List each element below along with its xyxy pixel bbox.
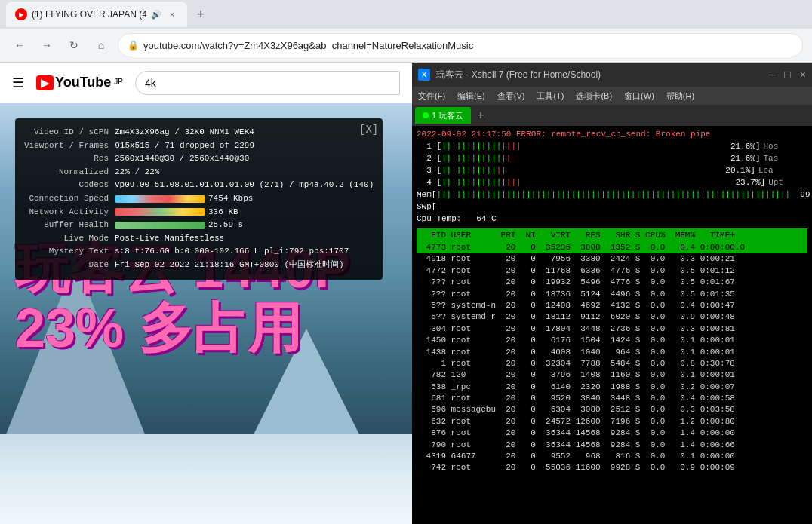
process-row: 538 _rpc 20 0 6140 2320 1988 S 0.0 0.2 0… (417, 382, 807, 393)
stats-label-videoid: Video ID / sCPN (24, 126, 115, 139)
tab-audio-icon: 🔊 (151, 10, 161, 20)
stats-value-livemode: Post-Live Manifestless (115, 232, 374, 246)
terminal-minimize-button[interactable]: ─ (767, 69, 775, 81)
youtube-logo[interactable]: ▶ YouTube JP (36, 75, 123, 90)
overlay-text-line2: 23% 多占用 (15, 299, 350, 358)
process-row: 5?? systemd-n 20 0 12408 4692 4132 S 0.0… (417, 300, 807, 311)
youtube-search-input[interactable] (135, 71, 400, 95)
youtube-logo-icon: ▶ (36, 75, 54, 90)
tab-title: (1) FLYING OVER JAPAN (4 (32, 9, 146, 20)
address-bar[interactable]: 🔒 youtube.com/watch?v=Zm4X3zX96ag&ab_cha… (118, 33, 803, 57)
stats-label-livemode: Live Mode (24, 232, 115, 246)
hamburger-menu-icon[interactable]: ☰ (12, 75, 24, 91)
process-row: 304 root 20 0 17804 3448 2736 S 0.0 0.3 … (417, 323, 807, 335)
process-row: 790 root 20 0 36344 14568 9284 S 0.0 1.4… (417, 440, 807, 451)
terminal-mem: Mem[||||||||||||||||||||||||||||||||||||… (417, 189, 807, 201)
tab-close-button[interactable]: × (166, 8, 178, 20)
stats-value-res: 2560x1440@30 / 2560x1440@30 (115, 152, 374, 166)
stats-label-connection: Connection Speed (24, 192, 115, 206)
stats-value-date: Fri Sep 02 2022 21:18:16 GMT+0800 (中国标准时… (115, 259, 374, 272)
terminal-body[interactable]: 2022-09-02 21:17:50 ERROR: remote_recv_c… (412, 126, 812, 524)
terminal-error-text: 2022-09-02 21:17:50 ERROR: remote_recv_c… (417, 129, 710, 141)
htop-table-header: PID USER PRI NI VIRT RES SHR S CPU% MEM%… (417, 228, 807, 243)
terminal-menu-view[interactable]: 查看(V) (497, 90, 525, 102)
stats-row-buffer: Buffer Health 25.59 s (24, 219, 374, 232)
terminal-tab-label: 1 玩客云 (432, 110, 463, 121)
stats-close-button[interactable]: [X] (359, 121, 378, 138)
terminal-cpu4: 4 [|||||||||||||||| 23.7%]Upt (417, 177, 807, 189)
terminal-menu-tools[interactable]: 工具(T) (537, 90, 564, 102)
stats-value-network: 336 KB (115, 206, 374, 219)
process-row: 1450 root 20 0 6176 1504 1424 S 0.0 0.1 … (417, 335, 807, 346)
stats-value-codecs: vp09.00.51.08.01.01.01.01.00 (271) / mp4… (115, 179, 374, 192)
terminal-new-tab-button[interactable]: + (474, 109, 487, 122)
snow-ground (0, 434, 412, 524)
active-tab[interactable]: ▶ (1) FLYING OVER JAPAN (4 🔊 × (6, 2, 187, 27)
terminal-menu-help[interactable]: 帮助(H) (666, 90, 694, 102)
process-row: 876 root 20 0 36344 14568 9284 S 0.0 1.4… (417, 427, 807, 439)
process-row: 4773 root 20 0 35236 3808 1352 S 0.0 0.4… (417, 242, 807, 253)
terminal-cpu2: 2 [|||||||||||||| 21.6%]Tas (417, 153, 807, 165)
stats-row-network: Network Activity 336 KB (24, 206, 374, 219)
terminal-error-line: 2022-09-02 21:17:50 ERROR: remote_recv_c… (417, 129, 807, 141)
stats-label-normalized: Normalized (24, 166, 115, 179)
stats-value-mystery: s:8 t:76.60 b:0.000-102.166 L pl_i:792 p… (115, 245, 374, 259)
terminal-menu-bar: 文件(F) 编辑(E) 查看(V) 工具(T) 选项卡(B) 窗口(W) 帮助(… (412, 87, 812, 105)
process-row: 1438 root 20 0 4008 1040 964 S 0.0 0.1 0… (417, 347, 807, 358)
terminal-tab-1[interactable]: 1 玩客云 (415, 107, 471, 124)
content-area: ☰ ▶ YouTube JP [X] Video ID / sCPN Zm4X3… (0, 63, 812, 524)
reload-button[interactable]: ↻ (63, 35, 85, 56)
stats-row-videoid: Video ID / sCPN Zm4X3zX96ag / 32K0 NNM1 … (24, 126, 374, 139)
terminal-cpu1: 1 [|||||||||||||||| 21.6%]Hos (417, 141, 807, 153)
stats-row-codecs: Codecs vp09.00.51.08.01.01.01.01.00 (271… (24, 179, 374, 192)
stats-row-normalized: Normalized 22% / 22% (24, 166, 374, 179)
terminal-section: X 玩客云 - Xshell 7 (Free for Home/School) … (412, 63, 812, 524)
tab-favicon: ▶ (15, 8, 27, 20)
process-row: ??? root 20 0 18736 5124 4496 S 0.0 0.5 … (417, 289, 807, 300)
stats-label-viewport: Viewport / Frames (24, 139, 115, 153)
stats-label-res: Res (24, 152, 115, 166)
back-button[interactable]: ← (9, 35, 30, 56)
terminal-menu-tabs[interactable]: 选项卡(B) (576, 90, 612, 102)
stats-label-buffer: Buffer Health (24, 219, 115, 232)
terminal-menu-file[interactable]: 文件(F) (418, 90, 445, 102)
terminal-menu-window[interactable]: 窗口(W) (624, 90, 654, 102)
video-area: [X] Video ID / sCPN Zm4X3zX96ag / 32K0 N… (0, 103, 412, 524)
stats-row-connection: Connection Speed 7454 Kbps (24, 192, 374, 206)
stats-value-buffer: 25.59 s (115, 219, 374, 232)
browser-chrome: ▶ (1) FLYING OVER JAPAN (4 🔊 × + ← → ↻ ⌂… (0, 0, 812, 63)
url-text: youtube.com/watch?v=Zm4X3zX96ag&ab_chann… (143, 40, 473, 51)
stats-row-mystery: Mystery Text s:8 t:76.60 b:0.000-102.166… (24, 245, 374, 259)
stats-value-videoid: Zm4X3zX96ag / 32K0 NNM1 WEK4 (115, 126, 374, 139)
process-row: 4772 root 20 0 11768 6336 4776 S 0.0 0.5… (417, 265, 807, 277)
new-tab-button[interactable]: + (190, 4, 211, 25)
terminal-maximize-button[interactable]: □ (784, 69, 790, 81)
yt-header: ☰ ▶ YouTube JP (0, 63, 412, 103)
forward-button[interactable]: → (36, 35, 57, 56)
stats-label-date: Date (24, 259, 115, 272)
stats-row-viewport: Viewport / Frames 915x515 / 71 dropped o… (24, 139, 374, 153)
terminal-tab-bar: 1 玩客云 + (412, 105, 812, 126)
stats-row-date: Date Fri Sep 02 2022 21:18:16 GMT+0800 (… (24, 259, 374, 272)
stats-label-codecs: Codecs (24, 179, 115, 192)
terminal-cpu3: 3 [||||||||||||| 20.1%]Loa (417, 165, 807, 177)
stats-row-res: Res 2560x1440@30 / 2560x1440@30 (24, 152, 374, 166)
terminal-swp: Swp[ 0K/497M] (417, 201, 807, 213)
video-stats-overlay: [X] Video ID / sCPN Zm4X3zX96ag / 32K0 N… (15, 118, 383, 280)
youtube-region-label: JP (114, 78, 123, 86)
stats-label-mystery: Mystery Text (24, 245, 115, 259)
terminal-close-button[interactable]: × (800, 69, 806, 81)
process-table: 4773 root 20 0 35236 3808 1352 S 0.0 0.4… (417, 242, 807, 474)
stats-row-livemode: Live Mode Post-Live Manifestless (24, 232, 374, 246)
home-button[interactable]: ⌂ (91, 35, 112, 56)
process-row: 681 root 20 0 9520 3840 3448 S 0.0 0.4 0… (417, 393, 807, 404)
process-row: 782 120 20 0 3796 1408 1160 S 0.0 0.1 0:… (417, 369, 807, 381)
process-row: 4319 64677 20 0 9552 968 816 S 0.0 0.1 0… (417, 451, 807, 462)
process-row: 742 root 20 0 55036 11600 9928 S 0.0 0.9… (417, 462, 807, 473)
process-row: 1 root 20 0 32304 7788 5484 S 0.0 0.8 0:… (417, 358, 807, 369)
lock-icon: 🔒 (128, 40, 139, 51)
xshell-app-icon: X (418, 69, 430, 81)
terminal-tab-status-dot (423, 112, 429, 118)
stats-value-normalized: 22% / 22% (115, 166, 374, 179)
terminal-menu-edit[interactable]: 编辑(E) (457, 90, 485, 102)
